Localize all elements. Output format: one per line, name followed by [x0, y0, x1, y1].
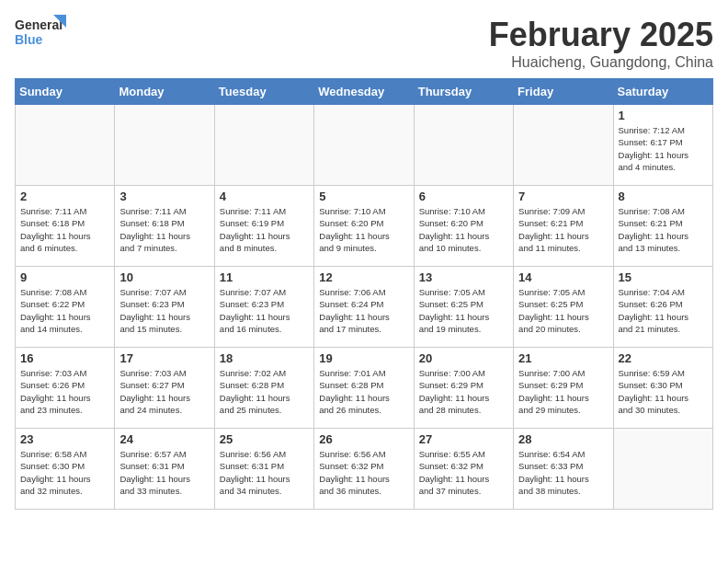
calendar-week-3: 9Sunrise: 7:08 AM Sunset: 6:22 PM Daylig… — [16, 267, 713, 348]
calendar-table: SundayMondayTuesdayWednesdayThursdayFrid… — [15, 78, 713, 510]
weekday-header-wednesday: Wednesday — [314, 79, 414, 105]
weekday-header-thursday: Thursday — [414, 79, 513, 105]
day-number: 5 — [319, 190, 408, 203]
day-info: Sunrise: 7:11 AM Sunset: 6:18 PM Dayligh… — [119, 205, 209, 254]
day-number: 17 — [119, 351, 209, 365]
calendar-cell: 6Sunrise: 7:10 AM Sunset: 6:20 PM Daylig… — [414, 186, 513, 267]
calendar-cell: 26Sunrise: 6:56 AM Sunset: 6:32 PM Dayli… — [314, 429, 414, 510]
weekday-header-monday: Monday — [115, 79, 214, 105]
calendar-cell — [214, 105, 313, 186]
calendar-cell: 28Sunrise: 6:54 AM Sunset: 6:33 PM Dayli… — [514, 429, 613, 510]
calendar-week-4: 16Sunrise: 7:03 AM Sunset: 6:26 PM Dayli… — [16, 348, 713, 429]
day-number: 11 — [220, 270, 309, 284]
weekday-header-tuesday: Tuesday — [214, 79, 313, 105]
calendar-cell: 5Sunrise: 7:10 AM Sunset: 6:20 PM Daylig… — [314, 186, 414, 267]
day-info: Sunrise: 7:09 AM Sunset: 6:21 PM Dayligh… — [518, 205, 608, 254]
calendar-cell: 15Sunrise: 7:04 AM Sunset: 6:26 PM Dayli… — [613, 267, 712, 348]
calendar-cell: 11Sunrise: 7:07 AM Sunset: 6:23 PM Dayli… — [214, 267, 313, 348]
day-info: Sunrise: 7:00 AM Sunset: 6:29 PM Dayligh… — [518, 367, 608, 416]
day-number: 26 — [319, 432, 408, 446]
day-number: 28 — [518, 432, 608, 446]
title-section: February 2025 Huaicheng, Guangdong, Chin… — [489, 15, 713, 71]
day-info: Sunrise: 7:08 AM Sunset: 6:22 PM Dayligh… — [20, 286, 109, 335]
day-info: Sunrise: 7:02 AM Sunset: 6:28 PM Dayligh… — [220, 367, 309, 416]
day-number: 24 — [119, 432, 209, 446]
calendar-cell: 22Sunrise: 6:59 AM Sunset: 6:30 PM Dayli… — [613, 348, 712, 429]
calendar-cell: 16Sunrise: 7:03 AM Sunset: 6:26 PM Dayli… — [16, 348, 115, 429]
weekday-header-row: SundayMondayTuesdayWednesdayThursdayFrid… — [16, 79, 713, 105]
calendar-cell — [613, 429, 712, 510]
day-number: 4 — [220, 190, 309, 203]
calendar-cell: 3Sunrise: 7:11 AM Sunset: 6:18 PM Daylig… — [115, 186, 214, 267]
day-number: 23 — [20, 432, 109, 446]
calendar-cell: 27Sunrise: 6:55 AM Sunset: 6:32 PM Dayli… — [414, 429, 513, 510]
day-number: 10 — [119, 270, 209, 284]
calendar-cell: 13Sunrise: 7:05 AM Sunset: 6:25 PM Dayli… — [414, 267, 513, 348]
day-info: Sunrise: 6:56 AM Sunset: 6:32 PM Dayligh… — [319, 448, 408, 497]
weekday-header-sunday: Sunday — [16, 79, 115, 105]
calendar-week-2: 2Sunrise: 7:11 AM Sunset: 6:18 PM Daylig… — [16, 186, 713, 267]
day-info: Sunrise: 6:59 AM Sunset: 6:30 PM Dayligh… — [619, 367, 708, 416]
day-info: Sunrise: 7:08 AM Sunset: 6:21 PM Dayligh… — [619, 205, 708, 254]
calendar-title: February 2025 — [489, 15, 713, 54]
calendar-cell: 24Sunrise: 6:57 AM Sunset: 6:31 PM Dayli… — [115, 429, 214, 510]
logo-svg: GeneralBlue — [15, 15, 70, 48]
day-number: 8 — [619, 190, 708, 203]
calendar-cell: 14Sunrise: 7:05 AM Sunset: 6:25 PM Dayli… — [514, 267, 613, 348]
day-info: Sunrise: 7:05 AM Sunset: 6:25 PM Dayligh… — [518, 286, 608, 335]
calendar-cell: 19Sunrise: 7:01 AM Sunset: 6:28 PM Dayli… — [314, 348, 414, 429]
svg-text:Blue: Blue — [15, 32, 43, 47]
calendar-cell: 4Sunrise: 7:11 AM Sunset: 6:19 PM Daylig… — [214, 186, 313, 267]
weekday-header-saturday: Saturday — [613, 79, 712, 105]
calendar-cell: 18Sunrise: 7:02 AM Sunset: 6:28 PM Dayli… — [214, 348, 313, 429]
calendar-cell: 2Sunrise: 7:11 AM Sunset: 6:18 PM Daylig… — [16, 186, 115, 267]
day-info: Sunrise: 6:58 AM Sunset: 6:30 PM Dayligh… — [20, 448, 109, 497]
calendar-cell: 7Sunrise: 7:09 AM Sunset: 6:21 PM Daylig… — [514, 186, 613, 267]
calendar-subtitle: Huaicheng, Guangdong, China — [489, 54, 713, 71]
day-number: 6 — [419, 190, 508, 203]
calendar-cell: 12Sunrise: 7:06 AM Sunset: 6:24 PM Dayli… — [314, 267, 414, 348]
day-info: Sunrise: 7:12 AM Sunset: 6:17 PM Dayligh… — [619, 124, 708, 173]
calendar-cell: 10Sunrise: 7:07 AM Sunset: 6:23 PM Dayli… — [115, 267, 214, 348]
calendar-cell: 20Sunrise: 7:00 AM Sunset: 6:29 PM Dayli… — [414, 348, 513, 429]
calendar-cell: 25Sunrise: 6:56 AM Sunset: 6:31 PM Dayli… — [214, 429, 313, 510]
day-info: Sunrise: 7:07 AM Sunset: 6:23 PM Dayligh… — [220, 286, 309, 335]
day-info: Sunrise: 7:10 AM Sunset: 6:20 PM Dayligh… — [319, 205, 408, 254]
calendar-cell: 21Sunrise: 7:00 AM Sunset: 6:29 PM Dayli… — [514, 348, 613, 429]
calendar-cell: 17Sunrise: 7:03 AM Sunset: 6:27 PM Dayli… — [115, 348, 214, 429]
day-number: 22 — [619, 351, 708, 365]
day-info: Sunrise: 7:00 AM Sunset: 6:29 PM Dayligh… — [419, 367, 508, 416]
weekday-header-friday: Friday — [514, 79, 613, 105]
day-number: 21 — [518, 351, 608, 365]
day-number: 13 — [419, 270, 508, 284]
day-number: 2 — [20, 190, 109, 203]
day-number: 18 — [220, 351, 309, 365]
header: GeneralBlue February 2025 Huaicheng, Gua… — [15, 15, 713, 71]
day-info: Sunrise: 7:04 AM Sunset: 6:26 PM Dayligh… — [619, 286, 708, 335]
day-number: 16 — [20, 351, 109, 365]
day-number: 14 — [518, 270, 608, 284]
day-number: 3 — [119, 190, 209, 203]
day-info: Sunrise: 6:57 AM Sunset: 6:31 PM Dayligh… — [119, 448, 209, 497]
calendar-cell — [115, 105, 214, 186]
day-info: Sunrise: 7:05 AM Sunset: 6:25 PM Dayligh… — [419, 286, 508, 335]
day-number: 27 — [419, 432, 508, 446]
calendar-cell: 1Sunrise: 7:12 AM Sunset: 6:17 PM Daylig… — [613, 105, 712, 186]
logo: GeneralBlue — [15, 15, 70, 48]
day-number: 19 — [319, 351, 408, 365]
day-info: Sunrise: 6:56 AM Sunset: 6:31 PM Dayligh… — [220, 448, 309, 497]
calendar-week-5: 23Sunrise: 6:58 AM Sunset: 6:30 PM Dayli… — [16, 429, 713, 510]
day-info: Sunrise: 7:03 AM Sunset: 6:26 PM Dayligh… — [20, 367, 109, 416]
day-info: Sunrise: 6:54 AM Sunset: 6:33 PM Dayligh… — [518, 448, 608, 497]
day-info: Sunrise: 7:11 AM Sunset: 6:18 PM Dayligh… — [20, 205, 109, 254]
day-info: Sunrise: 6:55 AM Sunset: 6:32 PM Dayligh… — [419, 448, 508, 497]
day-info: Sunrise: 7:11 AM Sunset: 6:19 PM Dayligh… — [220, 205, 309, 254]
day-number: 7 — [518, 190, 608, 203]
day-info: Sunrise: 7:03 AM Sunset: 6:27 PM Dayligh… — [119, 367, 209, 416]
calendar-cell — [16, 105, 115, 186]
calendar-week-1: 1Sunrise: 7:12 AM Sunset: 6:17 PM Daylig… — [16, 105, 713, 186]
calendar-cell: 8Sunrise: 7:08 AM Sunset: 6:21 PM Daylig… — [613, 186, 712, 267]
calendar-cell: 23Sunrise: 6:58 AM Sunset: 6:30 PM Dayli… — [16, 429, 115, 510]
calendar-cell — [314, 105, 414, 186]
calendar-cell: 9Sunrise: 7:08 AM Sunset: 6:22 PM Daylig… — [16, 267, 115, 348]
